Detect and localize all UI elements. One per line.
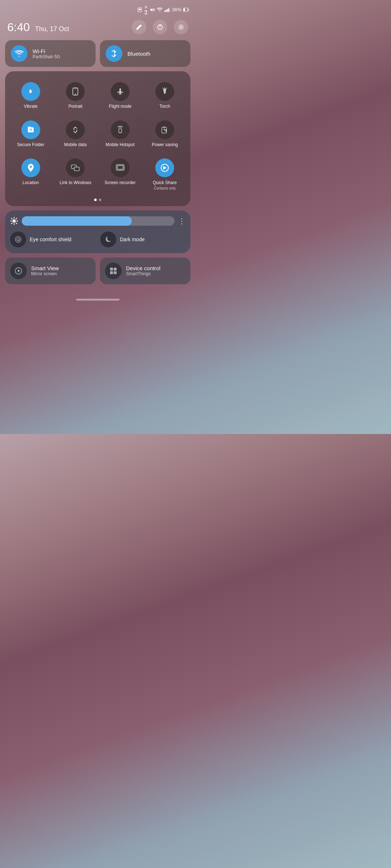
status-bar: ⨯ 36% xyxy=(0,0,196,17)
svg-line-40 xyxy=(16,223,17,224)
svg-text:A: A xyxy=(17,238,20,242)
brightness-slider-track[interactable] xyxy=(22,216,175,226)
quick-share-tile[interactable]: Quick Share Contacts only xyxy=(144,154,186,195)
signal-icon xyxy=(164,8,170,12)
bluetooth-tile[interactable]: Bluetooth xyxy=(100,40,190,67)
mobile-hotspot-icon xyxy=(111,120,130,139)
svg-rect-19 xyxy=(74,89,76,89)
brightness-panel: ⋮ A Eye comfort shield Dark mode xyxy=(5,210,190,253)
mute-icon xyxy=(150,7,155,12)
location-label: Location xyxy=(22,180,39,186)
portrait-label: Portrait xyxy=(68,104,83,110)
svg-line-39 xyxy=(12,218,12,219)
torch-tile[interactable]: Torch xyxy=(144,78,186,114)
mobile-data-tile[interactable]: Mobile data xyxy=(54,116,97,152)
svg-point-24 xyxy=(120,132,121,133)
wifi-title: Wi-Fi xyxy=(33,48,60,54)
secure-folder-icon xyxy=(21,120,40,139)
wifi-status-icon xyxy=(157,8,163,12)
svg-rect-1 xyxy=(139,9,141,10)
svg-line-15 xyxy=(112,50,114,52)
svg-rect-20 xyxy=(163,89,166,90)
svg-point-22 xyxy=(30,129,31,129)
svg-rect-8 xyxy=(169,8,170,12)
svg-point-14 xyxy=(180,26,182,28)
wifi-tile[interactable]: Wi-Fi ParthShah 5G xyxy=(5,40,96,67)
svg-rect-4 xyxy=(164,10,165,12)
date-display: Thu, 17 Oct xyxy=(35,25,69,33)
eye-comfort-icon: A xyxy=(10,231,26,247)
display-options: A Eye comfort shield Dark mode xyxy=(10,231,185,247)
brightness-menu-button[interactable]: ⋮ xyxy=(178,217,185,225)
mobile-data-label: Mobile data xyxy=(64,142,87,148)
svg-line-42 xyxy=(12,223,12,224)
quick-share-sublabel: Contacts only xyxy=(153,186,177,191)
edit-button[interactable] xyxy=(132,20,146,34)
location-icon xyxy=(21,158,40,177)
torch-label: Torch xyxy=(160,104,170,110)
time-date: 6:40 Thu, 17 Oct xyxy=(7,21,69,34)
bottom-tiles: Smart View Mirror screen Device control … xyxy=(0,258,196,284)
screen-recorder-icon xyxy=(111,158,130,177)
settings-button[interactable] xyxy=(174,20,188,34)
svg-rect-29 xyxy=(74,167,79,171)
location-tile[interactable]: Location xyxy=(9,154,52,195)
smart-view-tile[interactable]: Smart View Mirror screen xyxy=(5,258,96,284)
power-saving-tile[interactable]: Power saving xyxy=(144,116,186,152)
dark-mode-option[interactable]: Dark mode xyxy=(100,231,185,247)
link-windows-label: Link to Windows xyxy=(60,180,91,186)
portrait-icon xyxy=(66,82,85,101)
portrait-tile[interactable]: Portrait xyxy=(54,78,97,114)
screen-recorder-tile[interactable]: Screen recorder xyxy=(99,154,142,195)
flight-mode-tile[interactable]: Flight mode xyxy=(99,78,142,114)
svg-rect-6 xyxy=(167,9,168,12)
brightness-slider-fill xyxy=(22,216,132,226)
dark-mode-label: Dark mode xyxy=(120,237,144,242)
power-button[interactable] xyxy=(153,20,167,34)
link-windows-icon xyxy=(66,158,85,177)
home-bar-line xyxy=(76,299,119,301)
svg-rect-5 xyxy=(165,10,167,12)
secure-folder-tile[interactable]: Secure Folder xyxy=(9,116,52,152)
device-control-subtitle: SmartThings xyxy=(126,271,160,276)
bluetooth-tile-icon xyxy=(106,45,122,62)
svg-line-41 xyxy=(16,218,17,219)
time-display: 6:40 xyxy=(7,21,30,34)
brightness-icon xyxy=(10,217,18,225)
svg-point-34 xyxy=(13,219,16,222)
vibrate-icon xyxy=(21,82,40,101)
svg-rect-10 xyxy=(188,9,189,10)
flight-mode-icon xyxy=(111,82,130,101)
mobile-hotspot-label: Mobile Hotspot xyxy=(106,142,135,148)
main-panel: Vibrate Portrait Flight mode Torch xyxy=(5,71,190,206)
mobile-data-icon xyxy=(66,120,85,139)
eye-comfort-option[interactable]: A Eye comfort shield xyxy=(10,231,95,247)
dark-mode-icon xyxy=(100,231,116,247)
wifi-subtitle: ParthShah 5G xyxy=(33,54,60,59)
svg-rect-7 xyxy=(168,8,169,12)
screen-recorder-label: Screen recorder xyxy=(105,180,136,186)
grid-row-3: Location Link to Windows Screen recorder… xyxy=(9,154,186,195)
device-control-tile[interactable]: Device control SmartThings xyxy=(100,258,190,284)
mobile-hotspot-tile[interactable]: Mobile Hotspot xyxy=(99,116,142,152)
flight-mode-label: Flight mode xyxy=(109,104,131,110)
vibrate-tile[interactable]: Vibrate xyxy=(9,78,52,114)
page-dot-1 xyxy=(94,199,97,201)
svg-rect-50 xyxy=(110,271,113,274)
svg-line-16 xyxy=(112,55,114,57)
power-saving-label: Power saving xyxy=(152,142,178,148)
quick-share-icon xyxy=(155,158,174,177)
device-control-title: Device control xyxy=(126,265,160,271)
secure-folder-label: Secure Folder xyxy=(17,142,44,148)
device-control-text: Device control SmartThings xyxy=(126,265,160,276)
device-control-icon xyxy=(105,263,122,279)
status-icons: ⨯ 36% xyxy=(137,4,189,15)
page-dots xyxy=(9,199,186,201)
svg-rect-49 xyxy=(114,268,117,271)
wifi-tile-text: Wi-Fi ParthShah 5G xyxy=(33,48,60,59)
link-windows-tile[interactable]: Link to Windows xyxy=(54,154,97,195)
header-row: 6:40 Thu, 17 Oct xyxy=(0,17,196,40)
smart-view-icon xyxy=(10,263,27,279)
svg-rect-51 xyxy=(114,271,117,274)
brightness-row: ⋮ xyxy=(10,216,185,226)
